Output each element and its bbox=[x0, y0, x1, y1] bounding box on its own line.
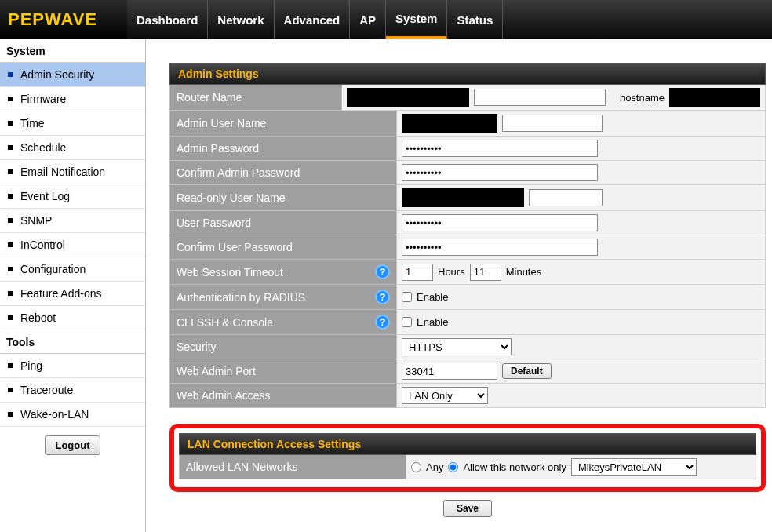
label-user-pw: User Password bbox=[169, 211, 397, 235]
label-admin-user: Admin User Name bbox=[169, 111, 397, 137]
cli-enable-checkbox[interactable] bbox=[402, 317, 412, 327]
user-password-input[interactable] bbox=[402, 214, 598, 231]
router-name-input[interactable] bbox=[474, 89, 606, 106]
hostname-redacted bbox=[669, 88, 760, 107]
label-radius: Authentication by RADIUS ? bbox=[169, 285, 397, 310]
sidebar-item-event-log[interactable]: Event Log bbox=[0, 184, 145, 209]
brand-text: PEPWAVE bbox=[8, 9, 97, 30]
content: Admin Settings Router Name hostname Admi… bbox=[146, 39, 772, 532]
admin-settings-panel: Admin Settings Router Name hostname Admi… bbox=[169, 63, 766, 408]
label-security: Security bbox=[169, 335, 397, 359]
logout-button[interactable]: Logout bbox=[45, 435, 100, 455]
main-nav: DashboardNetworkAdvancedAPSystemStatus bbox=[127, 0, 503, 39]
hours-label: Hours bbox=[438, 266, 465, 278]
web-admin-port-input[interactable] bbox=[402, 363, 497, 380]
label-admin-pw: Admin Password bbox=[169, 137, 397, 161]
bullet-icon bbox=[8, 218, 13, 223]
sidebar-item-traceroute[interactable]: Traceroute bbox=[0, 378, 145, 403]
help-icon[interactable]: ? bbox=[375, 264, 390, 279]
sidebar-item-label: Event Log bbox=[20, 190, 70, 202]
save-button[interactable]: Save bbox=[443, 500, 492, 517]
lan-network-select[interactable]: MikeysPrivateLAN bbox=[571, 458, 697, 476]
bullet-icon bbox=[8, 363, 13, 368]
bullet-icon bbox=[8, 97, 13, 101]
sidebar-item-label: Wake-on-LAN bbox=[20, 408, 89, 421]
admin-user-input[interactable] bbox=[502, 115, 603, 132]
sidebar-item-schedule[interactable]: Schedule bbox=[0, 136, 145, 160]
admin-settings-header: Admin Settings bbox=[169, 63, 766, 85]
label-user-pw2: Confirm User Password bbox=[169, 235, 397, 260]
nav-item-network[interactable]: Network bbox=[208, 0, 274, 39]
lan-access-highlight: LAN Connection Access Settings Allowed L… bbox=[169, 424, 766, 492]
sidebar-item-label: Feature Add-ons bbox=[20, 287, 102, 300]
logout-wrap: Logout bbox=[0, 427, 145, 463]
default-button[interactable]: Default bbox=[502, 363, 552, 379]
label-ro-user: Read-only User Name bbox=[169, 185, 397, 211]
timeout-hours-input[interactable] bbox=[402, 264, 433, 281]
admin-password-input[interactable] bbox=[402, 140, 598, 157]
web-admin-access-select[interactable]: LAN Only bbox=[402, 387, 488, 404]
timeout-minutes-input[interactable] bbox=[470, 264, 501, 281]
sidebar-item-label: Reboot bbox=[20, 312, 56, 324]
sidebar-item-label: Admin Security bbox=[20, 68, 94, 81]
brand-logo: PEPWAVE bbox=[0, 0, 127, 39]
radius-enable-checkbox[interactable] bbox=[402, 292, 412, 302]
sidebar-item-admin-security[interactable]: Admin Security bbox=[0, 63, 145, 87]
nav-item-status[interactable]: Status bbox=[447, 0, 503, 39]
label-allowed-lan: Allowed LAN Networks bbox=[179, 455, 406, 479]
router-name-redacted bbox=[347, 88, 469, 107]
bullet-icon bbox=[8, 194, 13, 199]
lan-allow-label: Allow this network only bbox=[463, 461, 566, 473]
label-timeout: Web Session Timeout ? bbox=[169, 260, 397, 285]
sidebar-item-configuration[interactable]: Configuration bbox=[0, 257, 145, 282]
sidebar-item-time[interactable]: Time bbox=[0, 111, 145, 136]
minutes-label: Minutes bbox=[506, 266, 542, 278]
bullet-icon bbox=[8, 315, 13, 320]
lan-any-radio[interactable] bbox=[411, 462, 421, 472]
sidebar-item-firmware[interactable]: Firmware bbox=[0, 87, 145, 111]
sidebar-item-label: Ping bbox=[20, 359, 42, 372]
security-select[interactable]: HTTPS bbox=[402, 338, 512, 355]
bullet-icon bbox=[8, 412, 13, 417]
sidebar-group-system: System bbox=[0, 39, 145, 63]
sidebar-item-incontrol[interactable]: InControl bbox=[0, 233, 145, 257]
label-port: Web Admin Port bbox=[169, 359, 397, 384]
sidebar-item-label: InControl bbox=[20, 239, 65, 251]
nav-item-dashboard[interactable]: Dashboard bbox=[127, 0, 208, 39]
sidebar-group-tools: Tools bbox=[0, 330, 145, 354]
label-cli: CLI SSH & Console ? bbox=[169, 310, 397, 335]
sidebar-item-label: Traceroute bbox=[20, 384, 73, 396]
bullet-icon bbox=[8, 169, 13, 174]
sidebar-item-label: SNMP bbox=[20, 214, 52, 227]
sidebar-item-snmp[interactable]: SNMP bbox=[0, 209, 145, 233]
sidebar-item-label: Firmware bbox=[20, 93, 66, 105]
ro-user-input[interactable] bbox=[529, 189, 603, 206]
ro-user-redacted bbox=[402, 188, 524, 207]
bullet-icon bbox=[8, 121, 13, 126]
bullet-icon bbox=[8, 72, 13, 77]
bullet-icon bbox=[8, 388, 13, 392]
nav-item-advanced[interactable]: Advanced bbox=[275, 0, 351, 39]
sidebar-item-reboot[interactable]: Reboot bbox=[0, 306, 145, 330]
topbar: PEPWAVE DashboardNetworkAdvancedAPSystem… bbox=[0, 0, 772, 39]
bullet-icon bbox=[8, 267, 13, 271]
user-password-confirm-input[interactable] bbox=[402, 239, 598, 256]
bullet-icon bbox=[8, 145, 13, 150]
label-access: Web Admin Access bbox=[169, 384, 397, 408]
sidebar-item-label: Schedule bbox=[20, 141, 66, 154]
nav-item-system[interactable]: System bbox=[386, 0, 447, 39]
sidebar-item-label: Email Notification bbox=[20, 166, 105, 178]
bullet-icon bbox=[8, 291, 13, 296]
sidebar-item-email-notification[interactable]: Email Notification bbox=[0, 160, 145, 184]
lan-allow-radio[interactable] bbox=[448, 462, 458, 472]
sidebar-item-feature-add-ons[interactable]: Feature Add-ons bbox=[0, 282, 145, 306]
sidebar-item-ping[interactable]: Ping bbox=[0, 354, 145, 378]
bullet-icon bbox=[8, 242, 13, 247]
radius-enable-label: Enable bbox=[417, 291, 448, 303]
nav-item-ap[interactable]: AP bbox=[350, 0, 386, 39]
help-icon[interactable]: ? bbox=[375, 315, 390, 330]
sidebar: SystemAdmin SecurityFirmwareTimeSchedule… bbox=[0, 39, 146, 532]
sidebar-item-wake-on-lan[interactable]: Wake-on-LAN bbox=[0, 403, 145, 427]
admin-password-confirm-input[interactable] bbox=[402, 164, 598, 181]
help-icon[interactable]: ? bbox=[375, 290, 390, 304]
